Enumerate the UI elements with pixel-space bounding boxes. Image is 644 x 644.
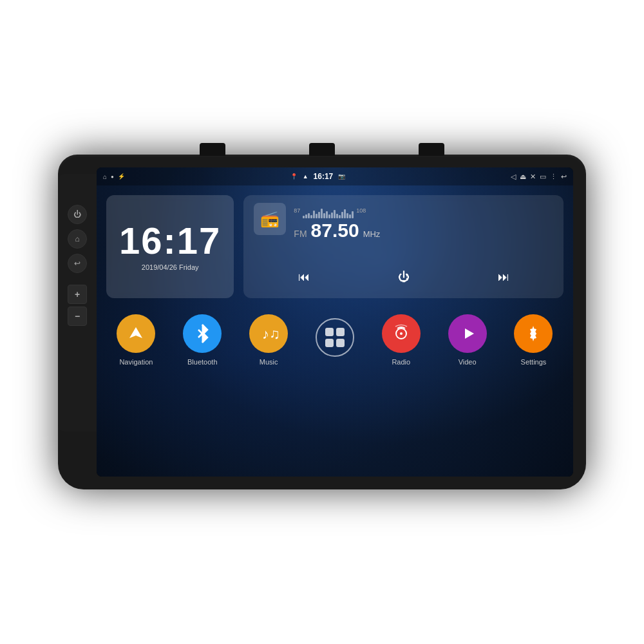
radio-app-icon: [382, 314, 421, 353]
app-item-radio[interactable]: Radio: [382, 314, 421, 366]
freq-range-end: 108: [356, 207, 366, 214]
vol-down-button[interactable]: −: [68, 307, 87, 326]
close-icon: ✕: [530, 173, 536, 181]
status-right: ◁ ⏏ ✕ ▭ ⋮ ↩: [511, 173, 567, 181]
navigation-icon: [117, 314, 155, 353]
status-time: 16:17: [314, 172, 334, 181]
clock-time: 16:17: [119, 222, 221, 260]
clock-date: 2019/04/26 Friday: [142, 263, 199, 271]
radio-frequency: 87.50: [311, 221, 359, 240]
back-nav-icon: ↩: [561, 173, 567, 181]
clock-widget: 16:17 2019/04/26 Friday: [106, 195, 234, 298]
radio-icon: 📻: [260, 210, 279, 228]
svg-text:♪♫: ♪♫: [262, 326, 279, 342]
home-status-icon: ⌂: [103, 173, 107, 180]
radio-next-button[interactable]: ⏭: [491, 268, 516, 287]
main-content: 16:17 2019/04/26 Friday 📻: [97, 185, 573, 477]
car-stereo-unit: MIC RST ⏻ ⌂ ↩ + − ⌂ ● ⚡ 📍 ▲ 16:17: [58, 155, 586, 489]
power-button[interactable]: ⏻: [68, 205, 87, 224]
radio-power-button[interactable]: ⏻: [392, 268, 416, 287]
video-label: Video: [459, 358, 477, 366]
menu-icon: ⋮: [550, 173, 557, 181]
app-item-music[interactable]: ♪♫ Music: [249, 314, 288, 366]
radio-icon-box: 📻: [254, 203, 286, 235]
settings-icon: [514, 314, 553, 353]
app-item-allapps[interactable]: [316, 318, 354, 362]
svg-line-0: [198, 330, 202, 334]
settings-label: Settings: [521, 358, 547, 366]
video-icon: [448, 314, 487, 353]
location-icon: 📍: [290, 173, 298, 180]
grid-inner: [325, 328, 345, 347]
music-icon: ♪♫: [249, 314, 288, 353]
freq-range-start: 87: [294, 207, 300, 214]
radio-band: FM: [294, 229, 307, 239]
home-button[interactable]: ⌂: [68, 229, 87, 249]
app-item-video[interactable]: Video: [448, 314, 487, 366]
mount-bracket-left: [200, 143, 225, 156]
radio-prev-button[interactable]: ⏮: [292, 268, 316, 287]
status-center: 📍 ▲ 16:17 📷: [125, 172, 511, 181]
widgets-row: 16:17 2019/04/26 Friday 📻: [106, 195, 564, 298]
svg-marker-5: [465, 328, 474, 339]
radio-widget[interactable]: 📻 87: [243, 195, 564, 298]
side-panel-left: ⏻ ⌂ ↩ + −: [58, 174, 97, 431]
radio-unit: MHz: [363, 229, 381, 239]
app-grid: Navigation Bluetooth: [106, 308, 564, 372]
status-left: ⌂ ● ⚡: [103, 173, 125, 180]
main-screen: ⌂ ● ⚡ 📍 ▲ 16:17 📷 ◁ ⏏ ✕ ▭ ⋮ ↩: [97, 167, 573, 477]
radio-top: 📻 87: [254, 203, 553, 240]
bluetooth-icon: [183, 314, 222, 353]
vol-up-button[interactable]: +: [68, 285, 87, 304]
eject-icon: ⏏: [520, 173, 526, 181]
bluetooth-label: Bluetooth: [187, 358, 217, 366]
svg-point-4: [400, 332, 402, 335]
wifi-icon: ▲: [303, 173, 308, 180]
music-label: Music: [260, 358, 278, 366]
dot-icon: ●: [111, 174, 114, 180]
radio-freq-area: 87: [294, 203, 553, 240]
radio-label: Radio: [392, 358, 410, 366]
volume-icon: ◁: [511, 173, 516, 181]
grid-icon: [316, 318, 354, 357]
radio-controls: ⏮ ⏻ ⏭: [254, 264, 553, 290]
mount-bracket-center: [309, 143, 335, 156]
window-icon: ▭: [540, 173, 546, 181]
usb-icon: ⚡: [118, 173, 125, 180]
status-bar: ⌂ ● ⚡ 📍 ▲ 16:17 📷 ◁ ⏏ ✕ ▭ ⋮ ↩: [97, 167, 573, 185]
app-item-settings[interactable]: Settings: [514, 314, 553, 366]
screen-wrapper: ⌂ ● ⚡ 📍 ▲ 16:17 📷 ◁ ⏏ ✕ ▭ ⋮ ↩: [97, 167, 573, 477]
signal-bars: [303, 205, 354, 218]
navigation-label: Navigation: [119, 358, 153, 366]
back-button[interactable]: ↩: [68, 254, 87, 273]
app-item-bluetooth[interactable]: Bluetooth: [183, 314, 222, 366]
mount-bracket-right: [419, 143, 444, 156]
camera-icon: 📷: [338, 173, 345, 180]
app-item-navigation[interactable]: Navigation: [117, 314, 155, 366]
